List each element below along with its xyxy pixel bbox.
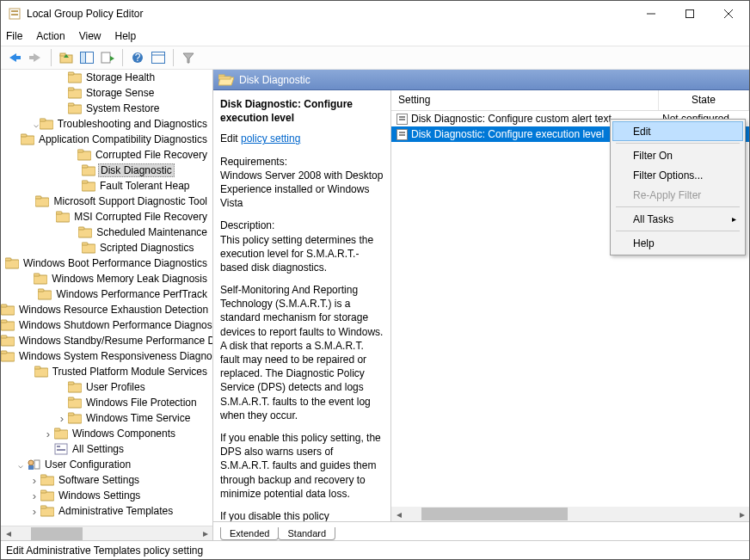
column-state[interactable]: State	[659, 90, 749, 110]
folder-icon	[56, 210, 70, 224]
tree-h-scrollbar[interactable]: ◂ ▸	[1, 526, 212, 540]
svg-rect-15	[81, 52, 86, 64]
tree[interactable]: Storage HealthStorage SenseSystem Restor…	[1, 70, 212, 525]
folder-icon	[1, 318, 15, 332]
back-button[interactable]	[6, 48, 25, 67]
tree-item-label: Troubleshooting and Diagnostics	[56, 118, 209, 130]
folder-icon	[34, 365, 48, 378]
tree-item[interactable]: User Profiles	[1, 379, 212, 395]
tree-item[interactable]: ⌵Troubleshooting and Diagnostics	[1, 116, 212, 132]
tree-item[interactable]: ›Windows Time Service	[1, 410, 212, 426]
scroll-thumb[interactable]	[421, 508, 568, 520]
scroll-left-icon[interactable]: ◂	[391, 507, 406, 521]
help-button[interactable]: ?	[128, 48, 147, 67]
minimize-button[interactable]	[631, 2, 670, 27]
tree-item[interactable]: Scheduled Maintenance	[1, 225, 212, 240]
ctx-edit[interactable]: Edit	[612, 121, 743, 141]
expand-icon[interactable]: ›	[28, 505, 40, 518]
tree-item-label: Windows Standby/Resume Performance Diagn…	[17, 335, 212, 347]
up-level-button[interactable]	[57, 48, 76, 67]
tree-item[interactable]: Windows File Protection	[1, 395, 212, 410]
tree-item[interactable]: Windows Shutdown Performance Diagnostics	[1, 317, 212, 333]
ctx-all-tasks[interactable]: All Tasks▸	[612, 209, 743, 229]
ctx-help[interactable]: Help	[612, 233, 743, 253]
forward-button[interactable]	[27, 48, 46, 67]
tree-item-label: Microsoft Support Diagnostic Tool	[52, 195, 209, 207]
ctx-separator	[616, 206, 740, 207]
scroll-right-icon[interactable]: ▸	[198, 526, 212, 541]
svg-rect-75	[28, 465, 34, 470]
statusbar-text: Edit Administrative Templates policy set…	[6, 545, 203, 557]
collapse-icon[interactable]: ⌵	[15, 460, 27, 470]
svg-rect-2	[11, 14, 18, 15]
tree-item[interactable]: Fault Tolerant Heap	[1, 178, 212, 194]
svg-rect-60	[1, 351, 7, 354]
expand-icon[interactable]: ›	[28, 489, 40, 502]
tree-item-label: System Restore	[84, 102, 161, 114]
tree-item[interactable]: Microsoft Support Diagnostic Tool	[1, 194, 212, 209]
tree-item[interactable]: Windows Memory Leak Diagnosis	[1, 271, 212, 286]
tree-item[interactable]: ›Administrative Templates	[1, 503, 212, 519]
tree-item-label: User Profiles	[84, 381, 147, 393]
tree-item[interactable]: MSI Corrupted File Recovery	[1, 209, 212, 225]
description-block: Description: This policy setting determi…	[220, 218, 384, 274]
collapse-icon[interactable]: ⌵	[33, 120, 40, 129]
svg-rect-10	[29, 56, 34, 59]
requirements-text: Windows Server 2008 with Desktop Experie…	[220, 169, 383, 209]
tree-item[interactable]: System Restore	[1, 101, 212, 116]
tree-item[interactable]: Windows Performance PerfTrack	[1, 286, 212, 302]
menu-action[interactable]: Action	[36, 30, 65, 42]
svg-rect-58	[1, 335, 7, 338]
scroll-left-icon[interactable]: ◂	[1, 526, 15, 541]
scroll-thumb[interactable]	[31, 527, 83, 540]
svg-rect-34	[77, 150, 83, 152]
tree-item[interactable]: Windows System Responsiveness Diagnostic…	[1, 348, 212, 364]
svg-rect-85	[218, 77, 231, 79]
tab-extended[interactable]: Extended	[220, 527, 279, 540]
properties-button[interactable]	[149, 48, 168, 67]
tree-item[interactable]: All Settings	[1, 441, 212, 457]
expand-icon[interactable]: ›	[56, 412, 68, 425]
tree-item[interactable]: Storage Sense	[1, 85, 212, 101]
menu-help[interactable]: Help	[115, 30, 137, 42]
folder-icon	[21, 132, 34, 146]
menu-view[interactable]: View	[79, 30, 101, 42]
list-h-scrollbar[interactable]: ◂ ▸	[391, 507, 749, 521]
tree-item[interactable]: ›Windows Settings	[1, 488, 212, 503]
svg-rect-32	[21, 134, 27, 137]
tree-item-label: Windows Time Service	[84, 412, 192, 424]
tree-item[interactable]: Scripted Diagnostics	[1, 240, 212, 255]
expand-icon[interactable]: ›	[28, 474, 40, 487]
show-hide-tree-button[interactable]	[77, 48, 96, 67]
requirements-block: Requirements: Windows Server 2008 with D…	[220, 155, 384, 211]
tab-standard[interactable]: Standard	[278, 527, 335, 540]
close-button[interactable]	[709, 2, 747, 27]
tree-item[interactable]: ⌵User Configuration	[1, 457, 212, 472]
svg-text:?: ?	[135, 52, 141, 64]
tree-item[interactable]: Windows Resource Exhaustion Detection	[1, 302, 212, 317]
filter-button[interactable]	[179, 48, 198, 67]
export-list-button[interactable]	[98, 48, 117, 67]
tree-item[interactable]: Storage Health	[1, 70, 212, 85]
tree-item[interactable]: Disk Diagnostic	[1, 163, 212, 178]
tree-item[interactable]: ›Windows Components	[1, 426, 212, 441]
list-pane: Setting State Disk Diagnostic: Configure…	[391, 90, 749, 521]
menu-file[interactable]: File	[6, 30, 22, 42]
scroll-right-icon[interactable]: ▸	[735, 507, 749, 521]
tree-item-label: Application Compatibility Diagnostics	[37, 133, 209, 145]
tree-item[interactable]: Windows Boot Performance Diagnostics	[1, 255, 212, 271]
tree-item[interactable]: Corrupted File Recovery	[1, 147, 212, 163]
expand-icon[interactable]: ›	[42, 428, 54, 440]
tree-item[interactable]: ›Software Settings	[1, 472, 212, 488]
tree-item[interactable]: Application Compatibility Diagnostics	[1, 132, 212, 147]
column-setting[interactable]: Setting	[391, 90, 659, 110]
description-text-4: If you disable this policy	[220, 509, 384, 521]
svg-marker-22	[183, 53, 194, 63]
ctx-filter-on[interactable]: Filter On	[612, 145, 743, 165]
maximize-button[interactable]	[670, 2, 709, 27]
tree-item[interactable]: Windows Standby/Resume Performance Diagn…	[1, 333, 212, 348]
svg-rect-72	[57, 446, 60, 447]
ctx-filter-options[interactable]: Filter Options...	[612, 165, 743, 185]
tree-item[interactable]: Trusted Platform Module Services	[1, 364, 212, 379]
edit-policy-link[interactable]: policy setting	[241, 132, 300, 145]
